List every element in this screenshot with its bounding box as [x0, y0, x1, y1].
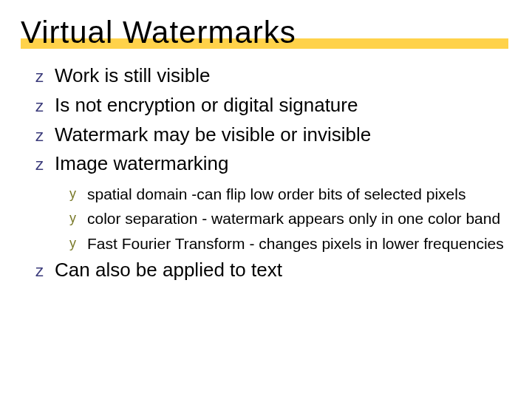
sub-bullet-list: spatial domain -can flip low order bits … [55, 184, 511, 253]
sub-bullet-text: Fast Fourier Transform - changes pixels … [87, 235, 504, 252]
slide-title: Virtual Watermarks [21, 15, 296, 50]
bullet-item: Is not encryption or digital signature [35, 93, 511, 118]
bullet-item: Can also be applied to text [35, 258, 511, 283]
sub-bullet-item: color separation - watermark appears onl… [69, 208, 511, 228]
slide: Virtual Watermarks Work is still visible… [0, 0, 532, 399]
sub-bullet-item: Fast Fourier Transform - changes pixels … [69, 233, 511, 253]
bullet-text: Work is still visible [55, 64, 210, 86]
bullet-text: Can also be applied to text [55, 259, 282, 281]
bullet-text: Image watermarking [55, 152, 229, 174]
bullet-item: Work is still visible [35, 64, 511, 89]
sub-bullet-item: spatial domain -can flip low order bits … [69, 184, 511, 204]
bullet-text: Watermark may be visible or invisible [55, 123, 371, 146]
bullet-item: Watermark may be visible or invisible [35, 123, 511, 148]
title-wrap: Virtual Watermarks [21, 15, 511, 50]
sub-bullet-text: color separation - watermark appears onl… [87, 210, 500, 227]
bullet-item: Image watermarking spatial domain -can f… [35, 151, 511, 253]
bullet-list: Work is still visible Is not encryption … [21, 64, 511, 283]
sub-bullet-text: spatial domain -can flip low order bits … [87, 185, 466, 202]
bullet-text: Is not encryption or digital signature [55, 94, 358, 116]
